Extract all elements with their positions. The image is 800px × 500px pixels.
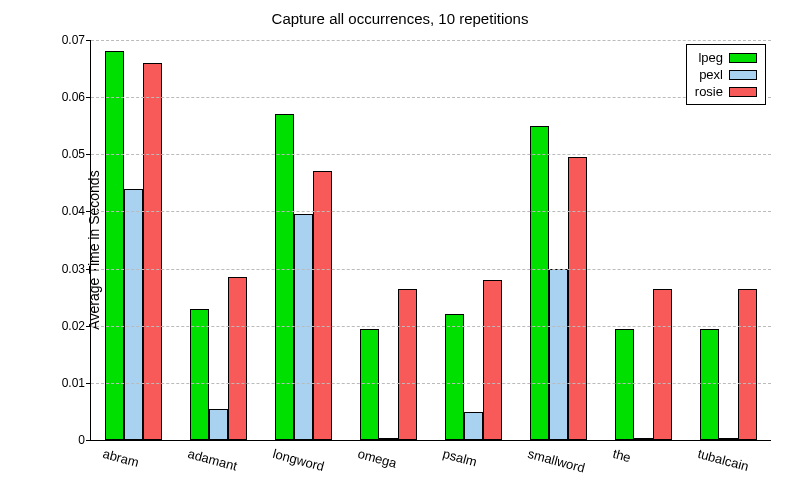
bar-pexl [464, 412, 483, 440]
bar-pexl [379, 438, 398, 440]
bar-rosie [483, 280, 502, 440]
bar-rosie [653, 289, 672, 440]
gridline [91, 97, 771, 98]
legend-swatch-icon [729, 70, 757, 80]
x-tick-label: psalm [441, 446, 478, 469]
bar-pexl [124, 189, 143, 440]
x-axis-labels: abramadamantlongwordomegapsalmsmallwordt… [90, 442, 770, 482]
bar-lpeg [445, 314, 464, 440]
bar-pexl [719, 438, 738, 440]
x-tick-label: the [611, 446, 632, 465]
bar-lpeg [530, 126, 549, 440]
legend-label: lpeg [698, 50, 723, 65]
bar-pexl [634, 438, 653, 440]
y-tick-label: 0.03 [62, 262, 91, 276]
gridline [91, 154, 771, 155]
bar-pexl [209, 409, 228, 440]
bar-pexl [549, 269, 568, 440]
bars-layer [91, 40, 771, 440]
x-tick-label: omega [356, 446, 398, 471]
y-tick-label: 0.05 [62, 147, 91, 161]
x-tick-label: longword [271, 446, 326, 474]
x-tick-label: smallword [526, 446, 586, 476]
bar-rosie [228, 277, 247, 440]
legend-label: rosie [695, 84, 723, 99]
legend-swatch-icon [729, 53, 757, 63]
plot-area: 0 0.01 0.02 0.03 0.04 0.05 0.06 0.07 [90, 40, 771, 441]
x-tick-label: adamant [186, 446, 239, 474]
x-tick-label: abram [101, 446, 140, 470]
legend-item-lpeg: lpeg [695, 49, 757, 66]
gridline [91, 211, 771, 212]
bar-pexl [294, 214, 313, 440]
y-tick-label: 0.04 [62, 204, 91, 218]
bar-lpeg [105, 51, 124, 440]
gridline [91, 40, 771, 41]
bar-lpeg [360, 329, 379, 440]
y-tick-label: 0.06 [62, 90, 91, 104]
y-tick-label: 0.07 [62, 33, 91, 47]
bar-rosie [568, 157, 587, 440]
bar-lpeg [700, 329, 719, 440]
legend-label: pexl [699, 67, 723, 82]
gridline [91, 326, 771, 327]
bar-lpeg [615, 329, 634, 440]
x-tick-label: tubalcain [696, 446, 750, 474]
bar-rosie [398, 289, 417, 440]
bar-lpeg [190, 309, 209, 440]
legend: lpeg pexl rosie [686, 44, 766, 105]
y-tick-label: 0.02 [62, 319, 91, 333]
legend-item-rosie: rosie [695, 83, 757, 100]
bar-rosie [738, 289, 757, 440]
chart-title: Capture all occurrences, 10 repetitions [0, 10, 800, 27]
y-tick-label: 0.01 [62, 376, 91, 390]
gridline [91, 383, 771, 384]
gridline [91, 269, 771, 270]
bar-lpeg [275, 114, 294, 440]
bar-chart: Capture all occurrences, 10 repetitions … [0, 0, 800, 500]
legend-swatch-icon [729, 87, 757, 97]
legend-item-pexl: pexl [695, 66, 757, 83]
